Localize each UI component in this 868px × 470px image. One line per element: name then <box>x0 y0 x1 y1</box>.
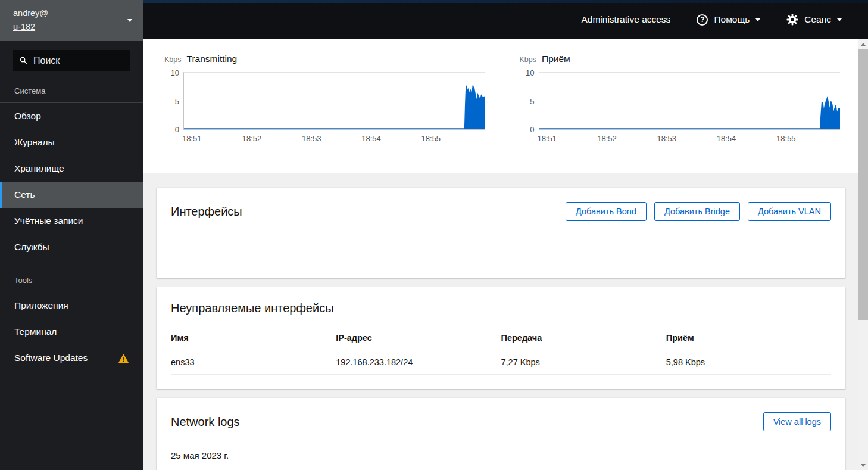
interfaces-card-header: Интерфейсы Добавить Bond Добавить Bridge… <box>171 202 831 221</box>
unmanaged-interfaces-card: Неуправляемые интерфейсы Имя IP-адрес Пе… <box>157 287 845 389</box>
network-logs-title: Network logs <box>171 415 240 429</box>
nav-section-tools: Tools Приложения Терминал Software Updat… <box>0 276 143 371</box>
sidebar-item-label: Сеть <box>14 189 35 200</box>
sidebar-item-label: Обзор <box>14 111 41 122</box>
search-box[interactable] <box>13 50 130 71</box>
help-icon: ? <box>697 14 708 26</box>
sidebar-item-network[interactable]: Сеть <box>0 182 143 208</box>
sidebar-item-storage[interactable]: Хранилище <box>0 155 143 182</box>
user-name: andrey@ <box>13 7 127 20</box>
chart-title: Transmitting <box>187 54 238 64</box>
chevron-down-icon <box>127 19 132 22</box>
log-date-heading: 25 мая 2023 г. <box>171 450 831 460</box>
transmit-chart: Kbps Transmitting 0510 18:5118:5218:5318… <box>163 54 485 173</box>
sidebar-item-label: Хранилище <box>14 163 64 174</box>
chevron-down-icon <box>837 18 842 21</box>
scrollbar-up-arrow[interactable] <box>858 39 868 49</box>
chart-plot-wrap: 0510 18:5118:5218:5318:5418:55 <box>539 72 841 145</box>
traffic-area-plot: 0510 <box>183 72 485 130</box>
x-axis-ticks: 18:5118:5218:5318:5418:55 <box>183 134 485 145</box>
sidebar-item-terminal[interactable]: Терминал <box>0 319 143 345</box>
interfaces-title: Интерфейсы <box>171 205 242 219</box>
table-header-row: Имя IP-адрес Передача Приём <box>171 327 831 350</box>
unmanaged-interfaces-title: Неуправляемые интерфейсы <box>171 301 831 315</box>
network-logs-card: Network logs View all logs 25 мая 2023 г… <box>157 398 845 470</box>
cell-ip-address: 192.168.233.182/24 <box>336 350 501 375</box>
interfaces-actions: Добавить Bond Добавить Bridge Добавить V… <box>566 202 831 221</box>
chart-title: Приём <box>542 54 570 64</box>
gear-icon <box>786 14 798 26</box>
sidebar-item-software-updates[interactable]: Software Updates <box>0 345 143 371</box>
traffic-charts-band: Kbps Transmitting 0510 18:5118:5218:5318… <box>143 39 858 173</box>
nav-section-title-tools: Tools <box>0 276 143 292</box>
sidebar-item-label: Приложения <box>14 300 68 311</box>
sidebar-item-accounts[interactable]: Учётные записи <box>0 208 143 234</box>
network-logs-header: Network logs View all logs <box>171 412 831 431</box>
masthead-toolbar: Administrative access ? Помощь <box>581 14 842 26</box>
user-label: andrey@ u-182 <box>13 7 127 34</box>
session-label: Сеанс <box>804 14 831 25</box>
column-header-ip: IP-адрес <box>336 327 501 350</box>
chart-plot-wrap: 0510 18:5118:5218:5318:5418:55 <box>183 72 485 145</box>
nav-section-title-system: Система <box>0 86 143 103</box>
chevron-down-icon <box>755 18 760 21</box>
main-area: Administrative access ? Помощь <box>143 0 868 470</box>
add-vlan-button[interactable]: Добавить VLAN <box>748 202 831 221</box>
admin-access-label: Administrative access <box>581 14 670 25</box>
cell-transmit-rate: 7,27 Kbps <box>501 350 666 375</box>
chart-unit-label: Kbps <box>164 55 182 64</box>
unmanaged-interfaces-table: Имя IP-адрес Передача Приём ens33 192.16… <box>171 327 831 375</box>
triangle-down-icon <box>861 464 866 467</box>
scrollbar-down-arrow[interactable] <box>858 460 868 470</box>
sidebar-item-overview[interactable]: Обзор <box>0 103 143 129</box>
warning-icon <box>118 354 129 363</box>
sidebar-item-label: Учётные записи <box>14 216 83 226</box>
sidebar-item-label: Software Updates <box>14 353 88 363</box>
search-icon <box>20 56 27 65</box>
traffic-area-plot: 0510 <box>539 72 841 130</box>
x-axis-ticks: 18:5118:5218:5318:5418:55 <box>539 134 841 145</box>
sidebar-item-services[interactable]: Службы <box>0 234 143 260</box>
sidebar-item-label: Терминал <box>14 326 57 337</box>
user-menu[interactable]: andrey@ u-182 <box>0 0 143 41</box>
add-bridge-button[interactable]: Добавить Bridge <box>654 202 740 221</box>
table-row: ens33 192.168.233.182/24 7,27 Kbps 5,98 … <box>171 350 831 375</box>
sidebar-item-label: Журналы <box>14 137 55 148</box>
sidebar: andrey@ u-182 Система Обзор Журналы Хран… <box>0 0 143 470</box>
masthead: Administrative access ? Помощь <box>143 0 868 39</box>
cell-receive-rate: 5,98 Kbps <box>666 350 831 375</box>
page-scroll-area: Kbps Transmitting 0510 18:5118:5218:5318… <box>143 39 858 470</box>
sidebar-item-logs[interactable]: Журналы <box>0 129 143 155</box>
search-wrap <box>0 41 143 71</box>
column-header-transmit: Передача <box>501 327 666 350</box>
view-all-logs-button[interactable]: View all logs <box>763 412 831 431</box>
cockpit-app: andrey@ u-182 Система Обзор Журналы Хран… <box>0 0 868 470</box>
cards-area: Интерфейсы Добавить Bond Добавить Bridge… <box>143 173 858 470</box>
column-header-name: Имя <box>171 327 336 350</box>
interfaces-card: Интерфейсы Добавить Bond Добавить Bridge… <box>157 188 845 278</box>
sidebar-item-applications[interactable]: Приложения <box>0 292 143 319</box>
cell-interface-name: ens33 <box>171 350 336 375</box>
column-header-receive: Приём <box>666 327 831 350</box>
admin-access-button[interactable]: Administrative access <box>581 14 670 25</box>
interfaces-empty-body <box>171 221 831 264</box>
chart-unit-label: Kbps <box>520 55 537 64</box>
session-menu-button[interactable]: Сеанс <box>786 14 842 26</box>
sidebar-nav: Система Обзор Журналы Хранилище Сеть Учё… <box>0 71 143 371</box>
content: Kbps Transmitting 0510 18:5118:5218:5318… <box>143 39 868 470</box>
search-input[interactable] <box>33 55 123 66</box>
help-menu-button[interactable]: ? Помощь <box>697 14 760 26</box>
nav-section-system: Система Обзор Журналы Хранилище Сеть Учё… <box>0 86 143 260</box>
chart-header: Kbps Transmitting <box>163 54 485 64</box>
scrollbar-thumb[interactable] <box>858 49 868 320</box>
help-label: Помощь <box>714 14 750 25</box>
chart-header: Kbps Приём <box>519 54 841 64</box>
receive-chart: Kbps Приём 0510 18:5118:5218:5318:5418:5… <box>519 54 841 173</box>
host-name: u-182 <box>13 20 127 34</box>
sidebar-item-label: Службы <box>14 242 49 253</box>
triangle-up-icon <box>861 43 866 46</box>
add-bond-button[interactable]: Добавить Bond <box>566 202 647 221</box>
vertical-scrollbar[interactable] <box>858 39 868 470</box>
